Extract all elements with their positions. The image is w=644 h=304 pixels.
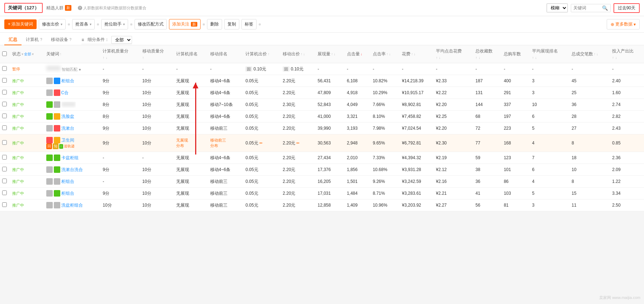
imp-sort-asc[interactable]: ↑ [331, 52, 333, 56]
row-cr: 无展现 [174, 87, 208, 99]
date-range-box[interactable]: 过去90天 [614, 3, 640, 13]
mb-sort-desc[interactable]: ↓ [303, 52, 305, 56]
clk-sort-desc[interactable]: ↓ [361, 52, 362, 56]
copy-button[interactable]: 复制 [224, 19, 239, 29]
row-cart: 103 [502, 188, 530, 199]
edit-mobile-bid-icon[interactable]: ✏ [296, 141, 300, 145]
status-sort-icon[interactable]: ▾ [22, 52, 23, 56]
row-checkbox[interactable] [2, 190, 7, 195]
spend-sort-desc[interactable]: ↓ [414, 52, 415, 56]
search-button[interactable]: 🔍 [600, 4, 610, 12]
th-keyword: 关键词 ↑ [44, 45, 101, 63]
mq-sort-asc[interactable]: ↑ [142, 56, 144, 60]
row-checkbox[interactable] [2, 179, 7, 183]
ctr-sort-desc[interactable]: ↓ [389, 52, 391, 56]
acpc-sort-asc[interactable]: ↑ [436, 56, 438, 60]
keyword-text[interactable]: 柜组合 [61, 78, 74, 84]
acpc-val: ¥2.21 [436, 191, 447, 196]
search-mode-select[interactable]: 模糊 精确 [547, 4, 568, 12]
mb-sort-asc[interactable]: ↑ [301, 52, 302, 56]
modify-price-button[interactable]: 修改出价 ▾ [39, 19, 66, 29]
row-spend: ¥3,283.61 [400, 188, 434, 199]
row-cq: 9分 [100, 87, 140, 99]
ar-sort-asc[interactable]: ↑ [532, 56, 534, 60]
add-keyword-button[interactable]: + 添加关键词 [4, 19, 37, 29]
roi-sort-desc[interactable]: ↓ [615, 56, 617, 60]
to-sort-asc[interactable]: ↑ [475, 56, 477, 60]
keyword-text[interactable]: 洗脸盆 [61, 114, 74, 120]
cq-score: 9分 [103, 126, 109, 131]
keyword-text[interactable]: 洗漱台洗合 [61, 167, 83, 173]
tr-sort-asc[interactable]: ↑ [594, 52, 596, 56]
row-checkbox[interactable] [2, 114, 7, 118]
cq-score: 9分 [103, 90, 109, 95]
tab-summary[interactable]: 汇总 [4, 35, 22, 45]
row-tr: 18 [569, 152, 610, 164]
row-to: 38 [473, 164, 502, 176]
row-checkbox[interactable] [2, 140, 7, 145]
acpc-val: ¥2.12 [436, 167, 447, 172]
keyword-text[interactable]: 洗漱台 [61, 125, 74, 132]
label-button[interactable]: 标签 [241, 19, 257, 29]
row-checkbox[interactable] [2, 125, 7, 130]
imp-sort-desc[interactable]: ↓ [334, 52, 335, 56]
search-input[interactable] [571, 4, 600, 11]
tab-computer[interactable]: 计算机 ? [22, 35, 47, 45]
cq-sort-desc[interactable]: ↓ [106, 56, 108, 60]
row-checkbox[interactable] [2, 155, 7, 160]
all-sort-icon[interactable]: ▾ [32, 52, 34, 56]
row-checkbox[interactable] [2, 78, 7, 83]
table-row: 推广中 柜组合 - 10分 无展现 移动前三 0.05元 2.20元 16,20… [0, 176, 644, 188]
add-favorite-button[interactable]: 添加关注 新 [169, 19, 200, 29]
keyword-text[interactable]: 卡盆柜组 [61, 155, 79, 161]
cart-val: 223 [504, 126, 511, 131]
delete-button[interactable]: 删除 [207, 19, 222, 29]
ar-sort-desc[interactable]: ↓ [535, 56, 537, 60]
impressions-val: 17,376 [318, 167, 331, 172]
keyword-text[interactable]: 柜组合 [61, 190, 74, 197]
select-all-checkbox[interactable] [2, 51, 7, 56]
table-row: 推广中 卫生间 回 知 ↑ 追轨迹 9分 10分 无展现分布 移动前三分布 0.… [0, 134, 644, 152]
keyword-text[interactable]: 卫生间 [61, 137, 74, 143]
spend-sort-asc[interactable]: ↑ [411, 52, 413, 56]
rank-distribute-label[interactable]: 无展现分布 [176, 138, 188, 148]
orders-val: 144 [475, 102, 483, 107]
row-ctr: 10.68% [371, 164, 400, 176]
row-checkbox[interactable] [2, 102, 7, 106]
keyword-sort-icon[interactable]: ↑ [60, 52, 62, 56]
more-data-button[interactable]: ⊕ 更多数据 ▾ [607, 19, 640, 29]
clicks-val: 4,049 [347, 102, 358, 107]
paused-status: 暂停 [12, 67, 20, 71]
grab-top-button[interactable]: 抢首条 ▾ [72, 19, 95, 29]
mq-score: 10分 [142, 191, 151, 196]
row-checkbox[interactable] [2, 202, 7, 207]
paused-checkbox[interactable] [2, 66, 7, 71]
row-checkbox[interactable] [2, 167, 7, 171]
grab-helper-button[interactable]: 抢位助手 ▾ [101, 19, 128, 29]
tab-mobile[interactable]: 移动设备 ? [47, 35, 76, 45]
keyword-text[interactable]: 柜组合 [61, 179, 74, 185]
row-clk: 4,049 [345, 99, 371, 111]
keyword-text[interactable] [61, 102, 76, 108]
filter-select[interactable]: 全部 [111, 36, 132, 44]
mobile-bid-val: 2.20元 [283, 114, 295, 119]
to-sort-desc[interactable]: ↓ [479, 56, 480, 60]
top-bar-left: 关键词（127） 精选人群 新 ? 人群数据和关键词数据部分数据重合 [4, 3, 146, 13]
row-checkbox[interactable] [2, 90, 7, 95]
mobile-rank-distribute[interactable]: 移动前三分布 [210, 138, 226, 148]
keyword-text[interactable]: C合 [61, 90, 69, 96]
cq-sort-asc[interactable]: ↑ [103, 56, 104, 60]
edit-computer-bid-icon[interactable]: ✏ [259, 141, 263, 145]
paused-quality-dot: ● [79, 67, 81, 72]
row-acpc: ¥2.19 [434, 152, 473, 164]
modify-match-button[interactable]: 修改匹配方式 [135, 19, 167, 29]
cart-val: 291 [504, 90, 511, 95]
tr-sort-desc[interactable]: ↓ [596, 52, 598, 56]
row-roi: 1.22 [610, 176, 644, 188]
keyword-text[interactable]: 洗盆柜组合 [61, 202, 83, 208]
row-keyword-cell: C合 [44, 87, 101, 99]
roi-sort-asc[interactable]: ↑ [612, 56, 614, 60]
acpc-sort-desc[interactable]: ↓ [439, 56, 441, 60]
cb-sort[interactable]: ↑ [268, 52, 269, 56]
ctr-sort-asc[interactable]: ↑ [386, 52, 388, 56]
